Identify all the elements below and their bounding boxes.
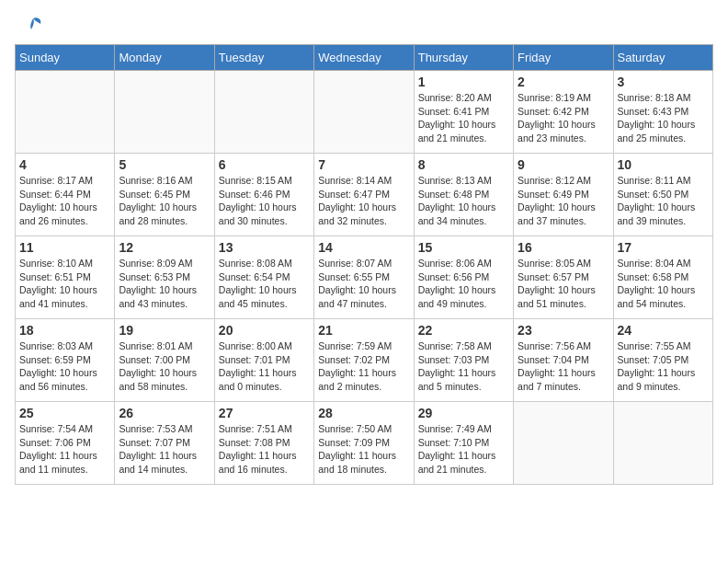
day-number: 21 xyxy=(318,323,409,338)
day-info: Sunrise: 8:10 AMSunset: 6:51 PMDaylight:… xyxy=(19,257,110,311)
day-info: Sunrise: 8:18 AMSunset: 6:43 PMDaylight:… xyxy=(618,91,709,145)
header-saturday: Saturday xyxy=(613,45,712,71)
day-number: 9 xyxy=(518,157,609,172)
day-number: 24 xyxy=(618,323,709,338)
day-number: 14 xyxy=(318,240,409,255)
day-number: 28 xyxy=(318,406,409,420)
calendar-cell xyxy=(314,71,414,154)
day-number: 6 xyxy=(219,157,310,172)
day-info: Sunrise: 7:53 AMSunset: 7:07 PMDaylight:… xyxy=(119,422,210,477)
calendar-cell: 14Sunrise: 8:07 AMSunset: 6:55 PMDayligh… xyxy=(314,236,414,319)
calendar-cell: 17Sunrise: 8:04 AMSunset: 6:58 PMDayligh… xyxy=(613,236,712,319)
day-info: Sunrise: 8:04 AMSunset: 6:58 PMDaylight:… xyxy=(618,257,709,311)
day-number: 3 xyxy=(618,75,709,89)
day-info: Sunrise: 8:00 AMSunset: 7:01 PMDaylight:… xyxy=(219,339,310,394)
calendar-cell xyxy=(16,71,115,154)
calendar-header-row: SundayMondayTuesdayWednesdayThursdayFrid… xyxy=(16,45,713,71)
calendar-cell: 26Sunrise: 7:53 AMSunset: 7:07 PMDayligh… xyxy=(115,402,214,485)
week-row-4: 25Sunrise: 7:54 AMSunset: 7:06 PMDayligh… xyxy=(16,402,713,485)
day-info: Sunrise: 7:59 AMSunset: 7:02 PMDaylight:… xyxy=(318,339,409,394)
header xyxy=(15,15,713,37)
calendar-cell: 11Sunrise: 8:10 AMSunset: 6:51 PMDayligh… xyxy=(16,236,115,319)
day-info: Sunrise: 8:05 AMSunset: 6:57 PMDaylight:… xyxy=(518,257,609,311)
header-tuesday: Tuesday xyxy=(214,45,313,71)
day-number: 23 xyxy=(518,323,609,338)
week-row-1: 4Sunrise: 8:17 AMSunset: 6:44 PMDaylight… xyxy=(16,154,713,236)
day-number: 1 xyxy=(418,75,509,89)
week-row-3: 18Sunrise: 8:03 AMSunset: 6:59 PMDayligh… xyxy=(16,319,713,402)
day-number: 13 xyxy=(219,240,310,255)
day-info: Sunrise: 8:08 AMSunset: 6:54 PMDaylight:… xyxy=(219,257,310,311)
day-number: 10 xyxy=(618,157,709,172)
day-info: Sunrise: 7:54 AMSunset: 7:06 PMDaylight:… xyxy=(19,422,110,477)
day-number: 7 xyxy=(318,157,409,172)
week-row-0: 1Sunrise: 8:20 AMSunset: 6:41 PMDaylight… xyxy=(16,71,713,154)
header-wednesday: Wednesday xyxy=(314,45,414,71)
day-number: 4 xyxy=(19,157,110,172)
day-number: 5 xyxy=(119,157,210,172)
day-info: Sunrise: 8:19 AMSunset: 6:42 PMDaylight:… xyxy=(518,91,609,145)
day-number: 2 xyxy=(518,75,609,89)
day-number: 16 xyxy=(518,240,609,255)
day-info: Sunrise: 8:01 AMSunset: 7:00 PMDaylight:… xyxy=(119,339,210,394)
day-info: Sunrise: 8:06 AMSunset: 6:56 PMDaylight:… xyxy=(418,257,509,311)
calendar-cell: 5Sunrise: 8:16 AMSunset: 6:45 PMDaylight… xyxy=(115,154,214,236)
day-number: 29 xyxy=(418,406,509,420)
calendar-cell: 10Sunrise: 8:11 AMSunset: 6:50 PMDayligh… xyxy=(613,154,712,236)
calendar-cell: 28Sunrise: 7:50 AMSunset: 7:09 PMDayligh… xyxy=(314,402,414,485)
calendar-cell: 20Sunrise: 8:00 AMSunset: 7:01 PMDayligh… xyxy=(214,319,313,402)
week-row-2: 11Sunrise: 8:10 AMSunset: 6:51 PMDayligh… xyxy=(16,236,713,319)
day-info: Sunrise: 8:17 AMSunset: 6:44 PMDaylight:… xyxy=(19,174,110,228)
logo xyxy=(15,15,48,37)
day-info: Sunrise: 8:11 AMSunset: 6:50 PMDaylight:… xyxy=(618,174,709,228)
calendar-cell: 19Sunrise: 8:01 AMSunset: 7:00 PMDayligh… xyxy=(115,319,214,402)
day-number: 17 xyxy=(618,240,709,255)
day-info: Sunrise: 8:16 AMSunset: 6:45 PMDaylight:… xyxy=(119,174,210,228)
calendar-cell: 6Sunrise: 8:15 AMSunset: 6:46 PMDaylight… xyxy=(214,154,313,236)
day-number: 27 xyxy=(219,406,310,420)
day-info: Sunrise: 8:20 AMSunset: 6:41 PMDaylight:… xyxy=(418,91,509,145)
calendar-cell: 16Sunrise: 8:05 AMSunset: 6:57 PMDayligh… xyxy=(514,236,613,319)
header-thursday: Thursday xyxy=(414,45,513,71)
calendar-cell: 15Sunrise: 8:06 AMSunset: 6:56 PMDayligh… xyxy=(414,236,513,319)
day-number: 20 xyxy=(219,323,310,338)
calendar-cell: 23Sunrise: 7:56 AMSunset: 7:04 PMDayligh… xyxy=(514,319,613,402)
calendar-cell: 18Sunrise: 8:03 AMSunset: 6:59 PMDayligh… xyxy=(16,319,115,402)
calendar-cell: 24Sunrise: 7:55 AMSunset: 7:05 PMDayligh… xyxy=(613,319,712,402)
calendar-cell: 8Sunrise: 8:13 AMSunset: 6:48 PMDaylight… xyxy=(414,154,513,236)
calendar-cell: 7Sunrise: 8:14 AMSunset: 6:47 PMDaylight… xyxy=(314,154,414,236)
day-info: Sunrise: 8:14 AMSunset: 6:47 PMDaylight:… xyxy=(318,174,409,228)
day-info: Sunrise: 7:51 AMSunset: 7:08 PMDaylight:… xyxy=(219,422,310,477)
day-number: 11 xyxy=(19,240,110,255)
calendar-table: SundayMondayTuesdayWednesdayThursdayFrid… xyxy=(15,44,713,485)
calendar-cell xyxy=(214,71,313,154)
day-info: Sunrise: 8:13 AMSunset: 6:48 PMDaylight:… xyxy=(418,174,509,228)
calendar-cell xyxy=(115,71,214,154)
calendar-cell: 29Sunrise: 7:49 AMSunset: 7:10 PMDayligh… xyxy=(414,402,513,485)
day-info: Sunrise: 8:09 AMSunset: 6:53 PMDaylight:… xyxy=(119,257,210,311)
calendar-cell: 1Sunrise: 8:20 AMSunset: 6:41 PMDaylight… xyxy=(414,71,513,154)
calendar-cell: 25Sunrise: 7:54 AMSunset: 7:06 PMDayligh… xyxy=(16,402,115,485)
day-info: Sunrise: 7:50 AMSunset: 7:09 PMDaylight:… xyxy=(318,422,409,477)
day-number: 26 xyxy=(119,406,210,420)
day-info: Sunrise: 7:56 AMSunset: 7:04 PMDaylight:… xyxy=(518,339,609,394)
day-number: 22 xyxy=(418,323,509,338)
day-info: Sunrise: 8:12 AMSunset: 6:49 PMDaylight:… xyxy=(518,174,609,228)
calendar-cell: 12Sunrise: 8:09 AMSunset: 6:53 PMDayligh… xyxy=(115,236,214,319)
calendar-cell: 9Sunrise: 8:12 AMSunset: 6:49 PMDaylight… xyxy=(514,154,613,236)
day-info: Sunrise: 7:58 AMSunset: 7:03 PMDaylight:… xyxy=(418,339,509,394)
calendar-cell: 21Sunrise: 7:59 AMSunset: 7:02 PMDayligh… xyxy=(314,319,414,402)
day-number: 8 xyxy=(418,157,509,172)
calendar-cell xyxy=(613,402,712,485)
header-friday: Friday xyxy=(514,45,613,71)
day-number: 15 xyxy=(418,240,509,255)
day-info: Sunrise: 7:49 AMSunset: 7:10 PMDaylight:… xyxy=(418,422,509,477)
header-sunday: Sunday xyxy=(16,45,115,71)
day-info: Sunrise: 8:03 AMSunset: 6:59 PMDaylight:… xyxy=(19,339,110,394)
logo-bird-icon xyxy=(15,15,44,37)
day-number: 12 xyxy=(119,240,210,255)
header-monday: Monday xyxy=(115,45,214,71)
calendar-cell xyxy=(514,402,613,485)
calendar-cell: 3Sunrise: 8:18 AMSunset: 6:43 PMDaylight… xyxy=(613,71,712,154)
day-number: 25 xyxy=(19,406,110,420)
